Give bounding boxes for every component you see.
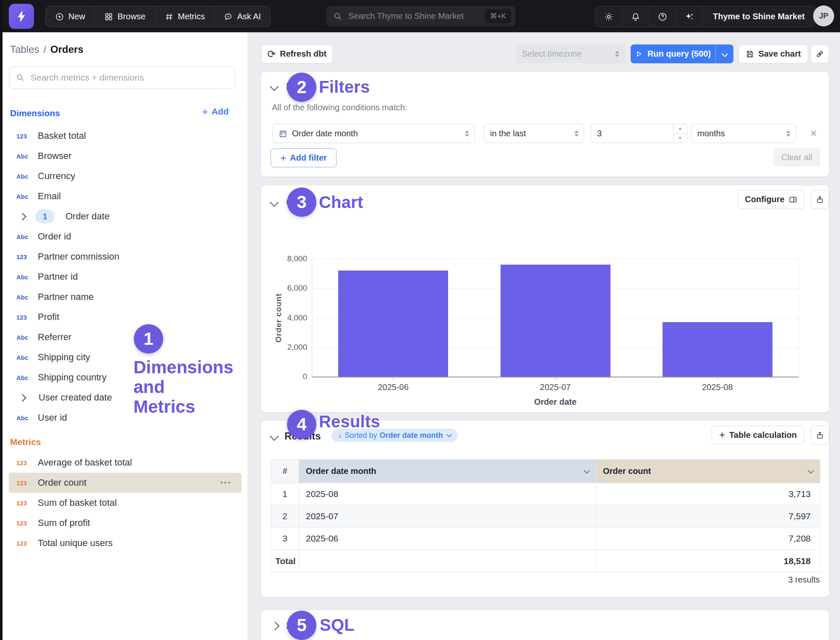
- fields-search-input[interactable]: [30, 72, 229, 83]
- sidebar-item-average-of-basket-total[interactable]: 123Average of basket total: [3, 453, 248, 473]
- sidebar-item-label: Referrer: [38, 332, 72, 343]
- annotation-step-3-number: 3: [297, 192, 306, 212]
- plus-icon: +: [202, 107, 208, 116]
- string-type-icon: Abc: [16, 294, 31, 301]
- save-icon: [746, 50, 754, 58]
- sidebar-item-label: User created date: [39, 392, 112, 403]
- lightning-bolt-icon: [14, 9, 29, 23]
- annotation-step-2-label: Filters: [319, 78, 370, 96]
- nav-ask-ai-button[interactable]: Ask AI: [214, 6, 270, 27]
- run-query-button[interactable]: Run query (500): [631, 44, 733, 63]
- save-chart-button[interactable]: Save chart: [738, 44, 808, 63]
- nav-metrics-button[interactable]: Metrics: [155, 6, 214, 27]
- refresh-dbt-label: Refresh dbt: [280, 49, 326, 59]
- sidebar-item-browser[interactable]: AbcBrowser: [3, 146, 248, 166]
- help-button[interactable]: [649, 6, 676, 27]
- filter-field-value: Order date month: [292, 129, 462, 138]
- results-share-button[interactable]: [811, 426, 829, 445]
- metrics-list: 123Average of basket total123Order count…: [3, 453, 248, 553]
- column-header-order-count[interactable]: Order count: [596, 460, 820, 483]
- clear-all-button[interactable]: Clear all: [773, 148, 820, 167]
- number-type-icon: 123: [16, 540, 31, 547]
- configure-button[interactable]: Configure: [738, 190, 804, 209]
- user-avatar[interactable]: JP: [813, 5, 834, 26]
- filter-unit-select[interactable]: months: [691, 124, 796, 143]
- global-search-input[interactable]: [347, 11, 485, 21]
- sidebar-item-email[interactable]: AbcEmail: [3, 186, 248, 206]
- notifications-button[interactable]: [622, 6, 649, 27]
- sidebar-item-total-unique-users[interactable]: 123Total unique users: [3, 533, 248, 553]
- sidebar-item-basket-total[interactable]: 123Basket total: [3, 126, 248, 146]
- chart-share-button[interactable]: [811, 190, 829, 209]
- breadcrumb-tables-link[interactable]: Tables: [10, 44, 39, 55]
- active-fields-badge: 1: [35, 209, 55, 224]
- add-dimension-button[interactable]: + Add: [202, 107, 229, 117]
- sidebar-item-order-id[interactable]: AbcOrder id: [3, 226, 248, 247]
- stepper-up-icon[interactable]: [673, 124, 687, 133]
- nav-new-button[interactable]: New: [46, 6, 95, 27]
- results-collapse-chevron[interactable]: [270, 432, 279, 441]
- sidebar-item-partner-commission[interactable]: 123Partner commission: [3, 247, 248, 267]
- sidebar-item-profit[interactable]: 123Profit: [3, 307, 248, 327]
- table-calculation-label: Table calculation: [729, 430, 797, 440]
- total-empty-cell: [299, 550, 596, 572]
- filter-operator-select[interactable]: in the last: [484, 124, 584, 143]
- app-logo[interactable]: [9, 4, 34, 29]
- nav-browse-label: Browse: [117, 12, 146, 21]
- table-row[interactable]: 12025-083,713: [271, 483, 820, 505]
- copy-link-button[interactable]: [811, 44, 829, 63]
- bar-2025-08[interactable]: [663, 322, 772, 377]
- remove-filter-button[interactable]: ×: [806, 125, 822, 141]
- org-name: Thyme to Shine Market: [713, 12, 805, 21]
- global-search[interactable]: ⌘+K: [326, 6, 515, 26]
- settings-button[interactable]: [595, 6, 622, 27]
- chart-collapse-chevron[interactable]: [270, 198, 279, 207]
- string-type-icon: Abc: [16, 374, 31, 381]
- sidebar-item-order-date[interactable]: 1Order date: [3, 206, 248, 226]
- sql-collapse-chevron[interactable]: [271, 622, 279, 630]
- sidebar-item-label: Shipping city: [38, 352, 90, 363]
- filter-field-select[interactable]: Order date month: [272, 124, 475, 143]
- sidebar-item-currency[interactable]: AbcCurrency: [3, 166, 248, 186]
- bar-2025-07[interactable]: [501, 265, 610, 377]
- string-type-icon: Abc: [16, 153, 31, 160]
- timezone-select[interactable]: Select timezone: [516, 44, 625, 63]
- sidebar-item-label: Order id: [38, 231, 71, 242]
- table-row[interactable]: 22025-077,597: [271, 505, 820, 528]
- y-tick-label: 4,000: [287, 313, 307, 323]
- number-type-icon: 123: [16, 314, 31, 321]
- more-options-icon[interactable]: •••: [220, 479, 232, 487]
- sidebar-item-partner-name[interactable]: AbcPartner name: [3, 287, 248, 307]
- axis-tick-mark: [717, 377, 718, 380]
- nav-browse-button[interactable]: Browse: [95, 6, 155, 27]
- column-header-order-date-month[interactable]: Order date month: [299, 460, 596, 483]
- string-type-icon: Abc: [16, 233, 31, 240]
- filters-card: Filters 2 Filters All of the following c…: [261, 72, 829, 177]
- refresh-dbt-button[interactable]: ⟳ Refresh dbt: [261, 44, 333, 63]
- filters-collapse-chevron[interactable]: [270, 82, 279, 91]
- run-query-dropdown[interactable]: [715, 44, 733, 63]
- add-filter-button[interactable]: + Add filter: [271, 148, 337, 167]
- sidebar-item-sum-of-basket-total[interactable]: 123Sum of basket total: [3, 493, 248, 513]
- stepper-down-icon[interactable]: [673, 133, 687, 143]
- sidebar-item-sum-of-profit[interactable]: 123Sum of profit: [3, 513, 248, 533]
- table-calculation-button[interactable]: + Table calculation: [712, 426, 804, 444]
- string-type-icon: Abc: [16, 173, 31, 180]
- sidebar-item-referrer[interactable]: AbcReferrer: [3, 327, 248, 347]
- table-row[interactable]: 32025-067,208: [271, 528, 820, 550]
- filter-value-input[interactable]: 3: [591, 124, 687, 143]
- number-type-icon: 123: [16, 500, 31, 507]
- sidebar-item-order-count[interactable]: 123Order count•••: [9, 473, 242, 493]
- bar-2025-06[interactable]: [338, 271, 448, 377]
- sidebar-item-label: Currency: [38, 171, 75, 182]
- number-type-icon: 123: [16, 253, 31, 260]
- annotation-step-4-circle: 4: [287, 410, 316, 439]
- sparkles-icon: [684, 12, 694, 22]
- assistant-button[interactable]: [676, 6, 703, 27]
- results-table-body: 12025-083,71322025-077,59732025-067,208: [271, 483, 820, 550]
- sidebar-item-partner-id[interactable]: AbcPartner id: [3, 267, 248, 287]
- org-switcher[interactable]: Thyme to Shine Market: [703, 6, 815, 27]
- sidebar-item-label: Email: [38, 191, 61, 202]
- number-stepper[interactable]: [673, 124, 687, 143]
- fields-search[interactable]: [9, 66, 235, 89]
